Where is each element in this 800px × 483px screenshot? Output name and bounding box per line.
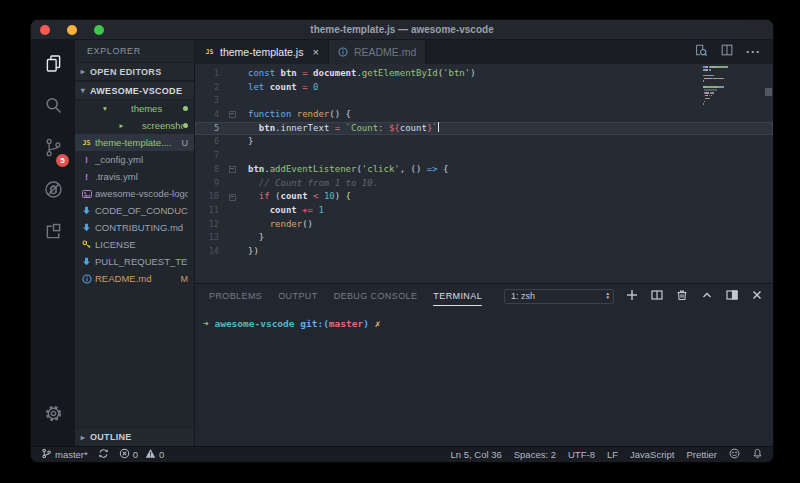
code-line-10[interactable]: 10− if (count < 10) { — [195, 190, 773, 204]
tree-item-themes[interactable]: ▾themes — [75, 100, 194, 117]
scrollbar-thumb[interactable] — [765, 88, 772, 96]
workspace-root-section[interactable]: ▾ AWESOME-VSCODE — [75, 81, 194, 100]
settings-button[interactable] — [33, 394, 73, 436]
status-javascript[interactable]: JavaScript — [630, 449, 674, 460]
info-icon — [81, 274, 92, 284]
vscode-window: theme-template.js — awesome-vscode — [31, 20, 773, 462]
code-line-6[interactable]: 6} — [195, 135, 773, 149]
terminal-shell-select[interactable]: 1: zsh ▲▼ — [504, 289, 614, 304]
git-status-dot — [183, 106, 188, 111]
feedback-smiley-button[interactable] — [729, 448, 740, 461]
js-icon: JS — [204, 48, 215, 56]
window-title: theme-template.js — awesome-vscode — [31, 24, 773, 35]
tree-item-code-of-conduct[interactable]: CODE_OF_CONDUCT.... — [75, 202, 194, 219]
code-line-4[interactable]: 4−function render() { — [195, 108, 773, 122]
search-activity-button[interactable] — [33, 86, 73, 128]
tree-item-awesome-vscode-logo[interactable]: awesome-vscode-logo... — [75, 185, 194, 202]
tree-item-config-yml[interactable]: !_config.yml — [75, 151, 194, 168]
sync-button[interactable] — [98, 448, 109, 461]
fold-gutter — [225, 135, 239, 149]
minimap[interactable] — [703, 66, 759, 106]
git-status-badge: U — [182, 138, 189, 148]
fold-gutter — [225, 204, 239, 218]
panel-tab-problems[interactable]: PROBLEMS — [209, 285, 262, 308]
code-line-1[interactable]: 1const btn = document.getElementById('bt… — [195, 67, 773, 81]
minimize-window-button[interactable] — [67, 25, 77, 35]
info-icon — [338, 47, 349, 57]
fold-icon[interactable]: − — [225, 190, 239, 204]
zoom-window-button[interactable] — [94, 25, 104, 35]
fold-gutter — [225, 245, 239, 259]
screenshot-root: theme-template.js — awesome-vscode — [0, 0, 800, 483]
outline-section[interactable]: ▸ OUTLINE — [75, 427, 194, 446]
status-ln-5-col-36[interactable]: Ln 5, Col 36 — [451, 449, 502, 460]
split-terminal-button[interactable] — [651, 287, 663, 305]
tree-item-theme-template[interactable]: JStheme-template....U — [75, 134, 194, 151]
more-actions-button[interactable]: ··· — [746, 45, 761, 59]
extensions-activity-button[interactable] — [33, 212, 73, 254]
line-number: 8 — [195, 163, 225, 177]
tab-readme-md[interactable]: README.md — [329, 40, 426, 64]
tree-item-readme-md[interactable]: README.mdM — [75, 270, 194, 287]
code-line-3[interactable]: 3 — [195, 94, 773, 108]
js-icon: JS — [81, 138, 92, 148]
fold-gutter — [225, 67, 239, 81]
notifications-bell-button[interactable] — [752, 448, 763, 461]
explorer-activity-button[interactable] — [33, 44, 73, 86]
workspace-root-label: AWESOME-VSCODE — [90, 86, 182, 96]
git-status-dot — [183, 123, 188, 128]
terminal-content[interactable]: ➜ awesome-vscode git:(master) ✗ — [195, 308, 773, 446]
status-prettier[interactable]: Prettier — [686, 449, 717, 460]
close-panel-button[interactable] — [751, 287, 763, 305]
panel-tab-debug-console[interactable]: DEBUG CONSOLE — [334, 285, 418, 308]
fold-icon[interactable]: − — [225, 108, 239, 122]
code-line-14[interactable]: 14}) — [195, 245, 773, 259]
fold-gutter — [225, 177, 239, 191]
code-line-2[interactable]: 2let count = 0 — [195, 81, 773, 95]
debug-icon — [43, 179, 64, 204]
code-line-13[interactable]: 13 } — [195, 231, 773, 245]
git-branch-status[interactable]: master* — [41, 448, 88, 461]
tree-item-pull-request-temp[interactable]: PULL_REQUEST_TEMP... — [75, 253, 194, 270]
code-line-9[interactable]: 9 // Count from 1 to 10. — [195, 177, 773, 191]
open-preview-button[interactable] — [694, 43, 708, 61]
status-lf[interactable]: LF — [607, 449, 618, 460]
tab-theme-template-js[interactable]: JS theme-template.js × — [195, 40, 329, 64]
code-line-7[interactable]: 7 — [195, 149, 773, 163]
open-editors-section[interactable]: ▸ OPEN EDITORS — [75, 62, 194, 81]
code-editor[interactable]: 1const btn = document.getElementById('bt… — [195, 64, 773, 283]
line-number: 7 — [195, 149, 225, 163]
panel-tab-output[interactable]: OUTPUT — [278, 285, 317, 308]
line-number: 9 — [195, 177, 225, 191]
tree-item-screenshots[interactable]: ▸screenshots — [75, 117, 194, 134]
code-line-12[interactable]: 12 render() — [195, 218, 773, 232]
close-window-button[interactable] — [40, 25, 50, 35]
panel-tab-terminal[interactable]: TERMINAL — [433, 285, 482, 308]
code-line-11[interactable]: 11 count += 1 — [195, 204, 773, 218]
toggle-panel-position-button[interactable] — [726, 287, 738, 305]
debug-activity-button[interactable] — [33, 170, 73, 212]
kill-terminal-button[interactable] — [676, 287, 688, 305]
window-controls — [31, 25, 104, 35]
tree-item-contributing-md[interactable]: CONTRIBUTING.md — [75, 219, 194, 236]
status-utf-8[interactable]: UTF-8 — [568, 449, 595, 460]
problems-status[interactable]: 0 0 — [119, 448, 165, 461]
split-editor-button[interactable] — [720, 43, 734, 61]
maximize-panel-button[interactable] — [701, 287, 713, 305]
error-icon — [119, 448, 130, 461]
status-bar: master* 0 — [31, 446, 773, 462]
status-spaces-2[interactable]: Spaces: 2 — [514, 449, 556, 460]
tree-item-travis-yml[interactable]: !.travis.yml — [75, 168, 194, 185]
code-line-5[interactable]: 5 btn.innerText = `Count: ${count}` — [195, 122, 773, 136]
line-number: 6 — [195, 135, 225, 149]
select-stepper-icon: ▲▼ — [606, 292, 610, 300]
tree-item-license[interactable]: LICENSE — [75, 236, 194, 253]
fold-gutter — [225, 218, 239, 232]
close-tab-icon[interactable]: × — [312, 46, 318, 58]
fold-icon[interactable]: − — [225, 163, 239, 177]
file-name: .travis.yml — [95, 171, 188, 182]
code-line-8[interactable]: 8−btn.addEventListener('click', () => { — [195, 163, 773, 177]
chevron-right-icon: ▸ — [79, 433, 87, 442]
new-terminal-button[interactable] — [626, 287, 638, 305]
source-control-activity-button[interactable]: 5 — [33, 128, 73, 170]
